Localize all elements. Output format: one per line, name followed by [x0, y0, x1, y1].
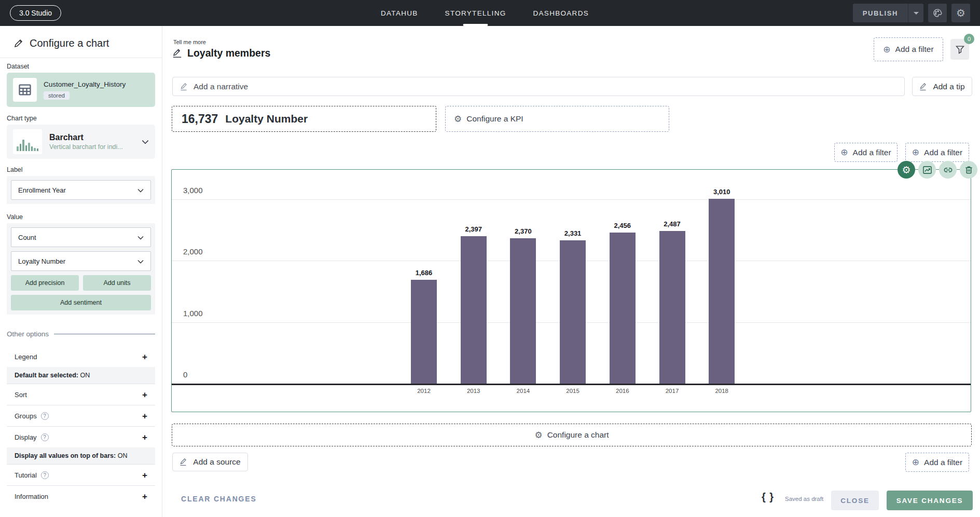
option-label: Tutorial: [15, 471, 37, 479]
chevron-down-icon: [137, 257, 144, 265]
y-tick-label: 1,000: [183, 309, 203, 318]
settings-button[interactable]: ⚙: [951, 4, 970, 22]
label-section-title: Label: [7, 166, 155, 173]
circle-plus-icon: ⊕: [840, 148, 848, 157]
close-button[interactable]: CLOSE: [831, 491, 879, 510]
option-row-display[interactable]: Display ? +: [7, 427, 155, 447]
dataset-label: Dataset: [7, 63, 155, 70]
nav-storytelling[interactable]: STORYTELLING: [445, 0, 506, 26]
bar-2012[interactable]: [411, 280, 437, 384]
kpi-box[interactable]: 16,737 Loyalty Number: [172, 106, 436, 132]
option-row-groups[interactable]: Groups ? +: [7, 405, 155, 427]
chart-type-description: Vertical barchart for indi...: [49, 143, 123, 151]
chevron-down-icon: [137, 234, 144, 241]
configure-chart-button[interactable]: ⚙ Configure a chart: [172, 424, 972, 446]
option-row-legend[interactable]: Legend +: [7, 346, 155, 367]
bar-2014[interactable]: [510, 238, 536, 384]
bar-value-label: 2,487: [649, 220, 696, 228]
label-select[interactable]: Enrollment Year: [11, 180, 151, 200]
value-field-select[interactable]: Loyalty Number: [11, 251, 151, 271]
add-filter-top-button[interactable]: ⊕ Add a filter: [874, 37, 943, 61]
main-nav: DATAHUB STORYTELLING DASHBOARDS: [381, 0, 589, 26]
x-tick-label: 2014: [500, 388, 546, 394]
add-filter-right-button[interactable]: ⊕ Add a filter: [905, 143, 969, 162]
option-row-tutorial[interactable]: Tutorial ? +: [7, 465, 155, 486]
chart-link-button[interactable]: [939, 161, 957, 179]
x-tick-label: 2017: [649, 388, 696, 394]
pencil-icon: [180, 83, 188, 91]
nav-storytelling-label: STORYTELLING: [445, 9, 506, 17]
x-tick-label: 2012: [401, 388, 447, 394]
bar-value-label: 3,010: [698, 188, 745, 196]
filter-count-badge: 0: [964, 34, 974, 44]
option-row-sort[interactable]: Sort +: [7, 384, 155, 405]
save-changes-button[interactable]: SAVE CHANGES: [887, 491, 973, 510]
kpi-label: Loyalty Number: [225, 113, 308, 125]
add-tip-button[interactable]: Add a tip: [912, 77, 972, 96]
bar-2013[interactable]: [461, 236, 487, 384]
y-tick-label: 0: [183, 370, 187, 379]
add-filter-label: Add a filter: [924, 148, 962, 157]
value-aggregation-select[interactable]: Count: [11, 227, 151, 247]
publish-dropdown-button[interactable]: [908, 4, 923, 22]
add-source-button[interactable]: Add a source: [172, 453, 248, 471]
gridline-3000: [172, 199, 971, 200]
publish-button[interactable]: PUBLISH: [853, 4, 908, 22]
plus-icon[interactable]: +: [142, 492, 147, 501]
chevron-down-icon: [142, 137, 149, 146]
line-chart-icon: [922, 165, 932, 175]
add-filter-bottom-button[interactable]: ⊕ Add a filter: [905, 453, 969, 472]
sidebar-title: Configure a chart: [30, 37, 109, 49]
option-row-information[interactable]: Information +: [7, 486, 155, 507]
bar-2016[interactable]: [610, 233, 636, 384]
help-icon[interactable]: ?: [41, 412, 49, 420]
plus-icon[interactable]: +: [142, 433, 147, 442]
bar-chart-card[interactable]: ⚙ 01,0002,0003,0001,68620122,39720132,37…: [171, 169, 971, 412]
y-tick-label: 2,000: [183, 247, 203, 256]
note-bold: Default bar selected:: [15, 372, 78, 379]
chart-delete-button[interactable]: [960, 161, 977, 179]
bar-2018[interactable]: [709, 199, 735, 384]
plus-icon[interactable]: +: [142, 412, 147, 420]
add-filter-left-button[interactable]: ⊕ Add a filter: [834, 143, 898, 162]
link-icon: [943, 165, 953, 175]
code-braces-icon[interactable]: { }: [762, 491, 774, 503]
add-precision-button[interactable]: Add precision: [11, 275, 79, 291]
help-icon[interactable]: ?: [41, 471, 49, 479]
note-bold: Display all values on top of bars:: [15, 452, 116, 459]
add-narrative-input[interactable]: Add a narrative: [172, 77, 905, 96]
configure-kpi-button[interactable]: ⚙ Configure a KPI: [445, 106, 669, 132]
x-tick-label: 2016: [599, 388, 646, 394]
nav-datahub[interactable]: DATAHUB: [381, 0, 418, 26]
note-value: ON: [78, 372, 90, 379]
bar-2017[interactable]: [659, 231, 685, 384]
chart-settings-button[interactable]: ⚙: [898, 161, 915, 179]
chart-type-button[interactable]: [918, 161, 936, 179]
story-title[interactable]: Loyalty members: [187, 47, 270, 59]
y-tick-label: 3,000: [183, 186, 203, 195]
bar-value-label: 2,456: [599, 222, 646, 229]
dataset-card[interactable]: Customer_Loyalty_History stored: [7, 73, 155, 107]
app-logo[interactable]: 3.0 Studio: [10, 5, 61, 21]
dataset-name: Customer_Loyalty_History: [44, 80, 126, 88]
edit-pencil-icon[interactable]: [172, 48, 182, 58]
nav-dashboards[interactable]: DASHBOARDS: [533, 0, 589, 26]
help-icon[interactable]: ?: [41, 433, 49, 441]
chart-type-name: Barchart: [49, 133, 123, 142]
trash-icon: [964, 165, 974, 175]
bar-2015[interactable]: [560, 240, 586, 384]
add-units-button[interactable]: Add units: [83, 275, 151, 291]
plus-icon[interactable]: +: [142, 390, 147, 399]
chart-type-selector[interactable]: Barchart Vertical barchart for indi...: [7, 125, 155, 159]
divider: [54, 334, 155, 334]
add-sentiment-button[interactable]: Add sentiment: [11, 295, 151, 310]
theme-palette-button[interactable]: [928, 4, 947, 22]
tell-me-more-label: Tell me more: [173, 39, 206, 45]
clear-changes-button[interactable]: CLEAR CHANGES: [181, 495, 257, 503]
plus-icon[interactable]: +: [142, 352, 147, 361]
note-value: ON: [116, 452, 127, 459]
circle-plus-icon: ⊕: [883, 45, 890, 54]
nav-dashboards-label: DASHBOARDS: [533, 9, 589, 17]
plus-icon[interactable]: +: [142, 471, 147, 480]
gear-icon: ⚙: [454, 115, 462, 124]
